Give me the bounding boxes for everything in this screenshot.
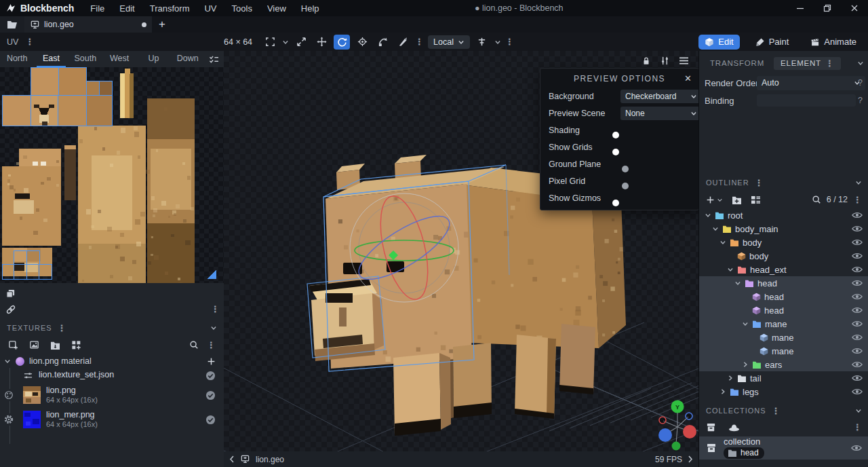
help-icon[interactable]: ? bbox=[858, 96, 863, 105]
add-texture-button[interactable] bbox=[207, 357, 216, 366]
toolbar-menu-icon[interactable]: ⋮ bbox=[415, 37, 424, 46]
visibility-eye-icon[interactable] bbox=[852, 334, 863, 341]
outliner-node-head_ext[interactable]: head_ext bbox=[699, 263, 868, 276]
vertex-snap-tool[interactable] bbox=[374, 35, 391, 50]
chevron-down-icon[interactable] bbox=[719, 239, 726, 246]
visibility-eye-icon[interactable] bbox=[852, 280, 863, 286]
lock-icon[interactable] bbox=[642, 56, 651, 66]
import-folder-button[interactable] bbox=[50, 341, 60, 350]
close-icon[interactable]: ✕ bbox=[684, 73, 692, 83]
textures-menu-icon[interactable]: ⋮ bbox=[58, 324, 66, 333]
collection-content-badge[interactable]: head bbox=[724, 447, 764, 459]
visibility-eye-icon[interactable] bbox=[852, 212, 863, 219]
menu-edit[interactable]: Edit bbox=[119, 3, 134, 14]
create-texture-button[interactable] bbox=[29, 340, 39, 350]
uv-panel-menu-icon[interactable]: ⋮ bbox=[25, 37, 34, 46]
outliner-node-mane[interactable]: mane bbox=[699, 344, 868, 358]
search-icon[interactable] bbox=[812, 195, 821, 204]
chevron-down-icon[interactable] bbox=[734, 280, 741, 286]
texture-thumbnail[interactable] bbox=[23, 386, 41, 404]
visibility-eye-icon[interactable] bbox=[852, 253, 863, 259]
texture-item-lion-texture_set-json[interactable]: lion.texture_set.json bbox=[0, 368, 224, 383]
visibility-eye-icon[interactable] bbox=[852, 320, 863, 327]
visibility-eye-icon[interactable] bbox=[852, 375, 863, 381]
visibility-eye-icon[interactable] bbox=[852, 307, 863, 314]
move-tool[interactable] bbox=[313, 35, 330, 50]
chevron-down-icon[interactable] bbox=[704, 212, 711, 219]
outliner-node-legs[interactable]: legs bbox=[699, 385, 868, 398]
gear-icon[interactable] bbox=[4, 413, 14, 426]
append-templates-button[interactable] bbox=[71, 340, 81, 350]
menu-tools[interactable]: Tools bbox=[232, 3, 252, 14]
menu-uv[interactable]: UV bbox=[204, 3, 216, 14]
visibility-eye-icon[interactable] bbox=[852, 361, 863, 368]
collections-menu-icon[interactable]: ⋮ bbox=[772, 407, 781, 415]
tab-lion-geo[interactable]: lion.geo bbox=[24, 16, 152, 33]
snap-settings-icon[interactable] bbox=[474, 35, 490, 50]
menu-transform[interactable]: Transform bbox=[150, 3, 190, 14]
visibility-eye-icon[interactable] bbox=[852, 266, 863, 273]
palette-icon[interactable] bbox=[4, 389, 14, 401]
viewport-3d[interactable]: PREVIEW OPTIONS ✕ Background Checkerboar… bbox=[224, 51, 698, 467]
close-button[interactable] bbox=[841, 0, 868, 16]
outliner-node-tail[interactable]: tail bbox=[699, 371, 868, 385]
textures-collapse-icon[interactable] bbox=[210, 324, 217, 331]
visibility-eye-icon[interactable] bbox=[852, 388, 863, 395]
restore-button[interactable] bbox=[814, 0, 841, 16]
uv-checklist-icon[interactable] bbox=[205, 55, 224, 64]
texture-enabled-icon[interactable] bbox=[205, 415, 216, 425]
mode-animate[interactable]: Animate bbox=[804, 35, 863, 50]
uv-tab-west[interactable]: West bbox=[102, 51, 136, 67]
texture-enabled-icon[interactable] bbox=[205, 371, 216, 381]
uv-tab-north[interactable]: North bbox=[0, 51, 34, 67]
chevron-down-icon[interactable] bbox=[741, 320, 749, 327]
orientation-gizmo[interactable]: Y bbox=[655, 397, 698, 454]
panel-collapse-icon[interactable] bbox=[857, 60, 864, 67]
option-select-preview-scene[interactable]: None bbox=[620, 107, 698, 120]
uv-canvas[interactable] bbox=[0, 67, 224, 283]
outliner-node-head[interactable]: head bbox=[699, 276, 868, 290]
texture-enabled-icon[interactable] bbox=[205, 390, 216, 400]
visibility-eye-icon[interactable] bbox=[852, 348, 863, 354]
mode-paint[interactable]: Paint bbox=[749, 35, 795, 50]
tab-transform[interactable]: TRANSFORM bbox=[703, 57, 771, 69]
outliner-node-body_main[interactable]: body_main bbox=[699, 222, 868, 236]
status-prev-icon[interactable] bbox=[229, 455, 235, 463]
chevron-down-icon[interactable] bbox=[711, 225, 719, 232]
tab-menu-icon[interactable]: ⋮ bbox=[825, 59, 834, 68]
chevron-right-icon[interactable] bbox=[719, 388, 726, 395]
add-collection-button[interactable] bbox=[706, 422, 716, 432]
collections-toolbar-menu-icon[interactable]: ⋮ bbox=[853, 423, 862, 432]
menu-file[interactable]: File bbox=[90, 3, 104, 14]
scale-tool[interactable] bbox=[293, 35, 309, 50]
outliner-collapse-icon[interactable] bbox=[855, 179, 862, 186]
texture-item-lion_mer-png[interactable]: lion_mer.png64 x 64px (16x) bbox=[0, 407, 224, 432]
menu-icon[interactable] bbox=[679, 56, 689, 65]
search-icon[interactable] bbox=[189, 340, 199, 350]
chevron-right-icon[interactable] bbox=[726, 375, 734, 381]
add-group-button[interactable] bbox=[706, 195, 723, 204]
sliders-icon[interactable] bbox=[660, 56, 670, 66]
copy-icon[interactable] bbox=[5, 288, 16, 299]
visibility-eye-icon[interactable] bbox=[851, 445, 862, 451]
outliner-node-mane[interactable]: mane bbox=[699, 331, 868, 344]
option-select-background[interactable]: Checkerboard bbox=[620, 90, 698, 103]
toolbar-overflow-menu-icon[interactable]: ⋮ bbox=[505, 37, 514, 46]
outliner-menu-icon[interactable]: ⋮ bbox=[755, 179, 764, 187]
mode-edit[interactable]: Edit bbox=[698, 35, 739, 50]
status-next-icon[interactable] bbox=[688, 455, 693, 463]
visibility-eye-icon[interactable] bbox=[852, 293, 863, 300]
help-icon[interactable]: ? bbox=[858, 78, 863, 88]
binding-input[interactable] bbox=[757, 94, 856, 107]
hat-icon[interactable] bbox=[728, 422, 740, 432]
knife-tool[interactable] bbox=[395, 35, 411, 50]
uv-strip-menu-icon[interactable]: ⋮ bbox=[211, 305, 220, 314]
pivot-tool[interactable] bbox=[354, 35, 370, 50]
outliner-toolbar-menu-icon[interactable]: ⋮ bbox=[853, 195, 862, 204]
outliner-node-body[interactable]: body bbox=[699, 249, 868, 263]
menu-help[interactable]: Help bbox=[301, 3, 319, 14]
new-tab-button[interactable]: + bbox=[152, 16, 172, 33]
chevron-down-icon[interactable] bbox=[282, 39, 289, 45]
minimize-button[interactable] bbox=[787, 0, 814, 16]
outliner-node-mane[interactable]: mane bbox=[699, 317, 868, 331]
